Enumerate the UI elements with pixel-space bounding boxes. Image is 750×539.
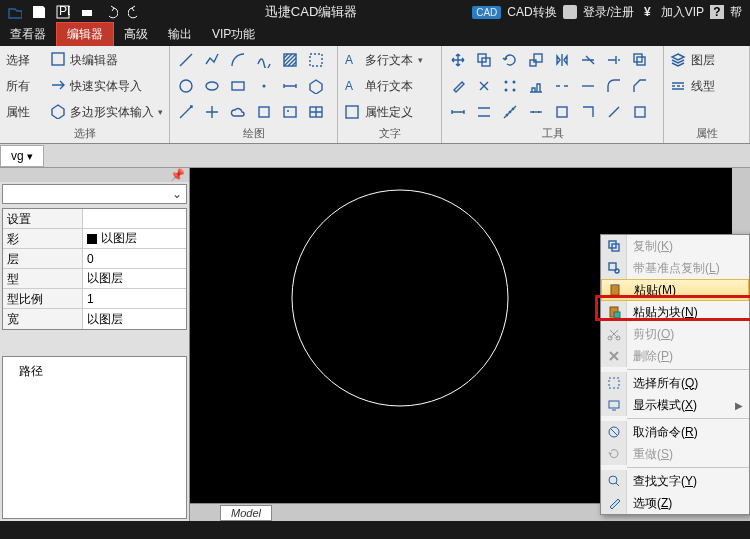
chamfer-tool-icon[interactable] bbox=[628, 75, 652, 97]
cloud-tool-icon[interactable] bbox=[226, 101, 250, 123]
ctx-select-all[interactable]: 选择所有(Q) bbox=[601, 372, 749, 394]
tab-vip[interactable]: VIP功能 bbox=[202, 23, 265, 46]
dropdown-icon[interactable]: ▾ bbox=[158, 107, 163, 117]
ribbon-block-editor[interactable]: 块编辑器 bbox=[68, 52, 120, 69]
extend-tool-icon[interactable] bbox=[602, 49, 626, 71]
tab-viewer[interactable]: 查看器 bbox=[0, 23, 56, 46]
qat-redo-icon[interactable] bbox=[124, 2, 146, 22]
mirror-tool-icon[interactable] bbox=[550, 49, 574, 71]
login-link[interactable]: 登录/注册 bbox=[579, 4, 638, 21]
ctx-find[interactable]: 查找文字(Y) bbox=[601, 470, 749, 492]
ribbon-quick-import[interactable]: 快速实体导入 bbox=[68, 78, 144, 95]
ribbon-polygon-input[interactable]: 多边形实体输入 bbox=[68, 104, 156, 121]
xline-tool-icon[interactable] bbox=[200, 101, 224, 123]
vip-link[interactable]: 加入VIP bbox=[657, 4, 708, 21]
measure-tool-icon[interactable] bbox=[498, 101, 522, 123]
trim-tool-icon[interactable] bbox=[576, 49, 600, 71]
circle-tool-icon[interactable] bbox=[174, 75, 198, 97]
mtext-button[interactable]: A多行文本▾ bbox=[342, 48, 437, 72]
ribbon-props[interactable]: 属性 bbox=[4, 104, 32, 121]
region-tool-icon[interactable] bbox=[304, 49, 328, 71]
copy-tool-icon[interactable] bbox=[472, 49, 496, 71]
ellipse-tool-icon[interactable] bbox=[200, 75, 224, 97]
ribbon-select[interactable]: 选择 bbox=[4, 52, 32, 69]
qat-pdf-icon[interactable]: PDF bbox=[52, 2, 74, 22]
prop-key: 型比例 bbox=[3, 289, 83, 308]
rect-tool-icon[interactable] bbox=[226, 75, 250, 97]
prop-val[interactable]: 以图层 bbox=[83, 229, 186, 248]
arc-tool-icon[interactable] bbox=[226, 49, 250, 71]
quick-import-icon[interactable] bbox=[50, 77, 66, 96]
document-tab[interactable]: vg ▾ bbox=[0, 145, 44, 167]
cad-convert-link[interactable]: CAD转换 bbox=[503, 4, 560, 21]
array-tool-icon[interactable] bbox=[498, 75, 522, 97]
tool-g-icon[interactable] bbox=[602, 101, 626, 123]
qat-undo-icon[interactable] bbox=[100, 2, 122, 22]
model-tab[interactable]: Model bbox=[220, 505, 272, 521]
stretch-tool-icon[interactable] bbox=[446, 101, 470, 123]
copy-icon bbox=[601, 235, 627, 257]
align-tool-icon[interactable] bbox=[524, 75, 548, 97]
prop-key: 设置 bbox=[3, 209, 83, 228]
polygon-input-icon[interactable] bbox=[50, 103, 66, 122]
prop-val[interactable]: 以图层 bbox=[83, 309, 186, 329]
polyline-tool-icon[interactable] bbox=[200, 49, 224, 71]
prop-val[interactable]: 1 bbox=[83, 289, 186, 308]
tab-editor[interactable]: 编辑器 bbox=[56, 22, 114, 46]
scale-tool-icon[interactable] bbox=[524, 49, 548, 71]
tool-f-icon[interactable] bbox=[576, 101, 600, 123]
line-tool-icon[interactable] bbox=[174, 49, 198, 71]
qat-open-icon[interactable] bbox=[4, 2, 26, 22]
break-tool-icon[interactable] bbox=[550, 75, 574, 97]
join-tool-icon[interactable] bbox=[576, 75, 600, 97]
fillet-tool-icon[interactable] bbox=[602, 75, 626, 97]
move-tool-icon[interactable] bbox=[446, 49, 470, 71]
document-tabs: vg ▾ bbox=[0, 144, 750, 168]
dim-tool-icon[interactable] bbox=[278, 75, 302, 97]
entity-type-combo[interactable]: ⌄ bbox=[2, 184, 187, 204]
ctx-paste[interactable]: 粘贴(M) bbox=[601, 279, 749, 301]
svg-rect-2 bbox=[82, 10, 92, 16]
prop-val[interactable] bbox=[83, 209, 186, 228]
ray-tool-icon[interactable] bbox=[174, 101, 198, 123]
ctx-cancel[interactable]: 取消命令(R) bbox=[601, 421, 749, 443]
qat-print-icon[interactable] bbox=[76, 2, 98, 22]
drawing-circle-entity[interactable] bbox=[220, 178, 580, 478]
svg-point-27 bbox=[532, 111, 534, 113]
tab-output[interactable]: 输出 bbox=[158, 23, 202, 46]
block-editor-icon[interactable] bbox=[50, 51, 66, 70]
help-icon[interactable]: ? bbox=[710, 5, 724, 19]
prop-val[interactable]: 以图层 bbox=[83, 269, 186, 288]
tool-h-icon[interactable] bbox=[628, 101, 652, 123]
svg-rect-36 bbox=[611, 285, 619, 295]
ctx-display-mode[interactable]: 显示模式(X)▶ bbox=[601, 394, 749, 416]
spline-tool-icon[interactable] bbox=[252, 49, 276, 71]
explode-tool-icon[interactable] bbox=[472, 75, 496, 97]
rotate-tool-icon[interactable] bbox=[498, 49, 522, 71]
stext-button[interactable]: A单行文本 bbox=[342, 74, 437, 98]
image-tool-icon[interactable] bbox=[278, 101, 302, 123]
linetype-button[interactable]: 线型 bbox=[668, 74, 745, 98]
qat-save-icon[interactable] bbox=[28, 2, 50, 22]
divide-tool-icon[interactable] bbox=[524, 101, 548, 123]
help-trail: 帮 bbox=[726, 4, 746, 21]
offset-tool-icon[interactable] bbox=[628, 49, 652, 71]
ribbon-all[interactable]: 所有 bbox=[4, 78, 32, 95]
lengthen-tool-icon[interactable] bbox=[472, 101, 496, 123]
polygon-tool-icon[interactable] bbox=[304, 75, 328, 97]
attdef-button[interactable]: 属性定义 bbox=[342, 100, 437, 124]
block-tool-icon[interactable] bbox=[252, 101, 276, 123]
prop-val[interactable]: 0 bbox=[83, 249, 186, 268]
table-tool-icon[interactable] bbox=[304, 101, 328, 123]
panel-pin-icon[interactable]: 📌 bbox=[0, 168, 189, 182]
ctx-paste-block[interactable]: 粘贴为块(N) bbox=[601, 301, 749, 323]
ctx-options[interactable]: 选项(Z) bbox=[601, 492, 749, 514]
erase-tool-icon[interactable] bbox=[446, 75, 470, 97]
tab-advanced[interactable]: 高级 bbox=[114, 23, 158, 46]
point-tool-icon[interactable] bbox=[252, 75, 276, 97]
path-box: 路径 bbox=[2, 356, 187, 519]
hatch-tool-icon[interactable] bbox=[278, 49, 302, 71]
layers-button[interactable]: 图层 bbox=[668, 48, 745, 72]
svg-rect-11 bbox=[284, 107, 296, 117]
tool-e-icon[interactable] bbox=[550, 101, 574, 123]
